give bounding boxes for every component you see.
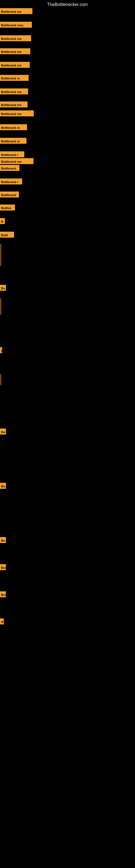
site-title: TheBottlenecker.com (0, 0, 135, 9)
bottleneck-bar: Bottleneck (0, 191, 19, 197)
bottleneck-bar: B (0, 618, 4, 624)
bottleneck-bar: B (0, 347, 2, 353)
bottleneck-bar: Bottleneck resu (0, 22, 32, 28)
bottleneck-bar: Bottleneck res (0, 111, 34, 116)
bottleneck-bar: Bottleneck res (0, 35, 31, 41)
bottleneck-bar: Bot (0, 591, 6, 597)
bottleneck-bar: Bottleneck r (0, 179, 22, 184)
bottleneck-bar: Bottleneck res (0, 8, 32, 14)
vertical-line (1, 244, 1, 266)
bottleneck-bar: B (0, 218, 5, 224)
bottleneck-bar: Bottleneck res (0, 101, 28, 107)
bottleneck-bar: Bottl (0, 231, 14, 238)
bottleneck-bar: Bottleneck res (0, 158, 34, 164)
bottleneck-bar: Bo (0, 285, 6, 291)
bottleneck-bar: Bottleneck r (0, 151, 24, 157)
bottleneck-bar: Bottleneck res (0, 48, 30, 54)
bottleneck-bar: Bottleneck re (0, 124, 27, 130)
bottleneck-bar: Bottleneck re (0, 138, 27, 144)
bottleneck-bar: Bo (0, 537, 6, 543)
bottleneck-bar: Bottleneck re (0, 75, 29, 81)
bottleneck-bar: Bottleneck (0, 165, 19, 171)
bottleneck-bar: Bottlen (0, 205, 15, 211)
bottleneck-bar: Bottleneck res (0, 88, 28, 94)
bottleneck-bar: Bot (0, 564, 6, 570)
vertical-line (1, 299, 1, 315)
bottleneck-bar: Bo (0, 429, 6, 435)
bottleneck-bar: Bo (0, 483, 6, 489)
vertical-line (1, 374, 1, 385)
bottleneck-bar: Bottleneck res (0, 62, 30, 68)
